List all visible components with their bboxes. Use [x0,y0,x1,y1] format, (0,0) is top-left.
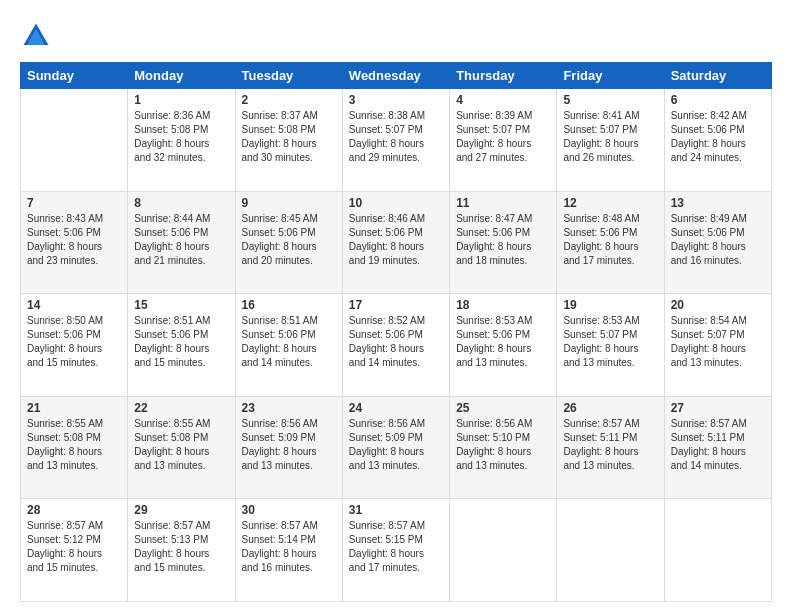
header [20,20,772,52]
day-info: Sunrise: 8:45 AM Sunset: 5:06 PM Dayligh… [242,212,336,268]
day-info: Sunrise: 8:37 AM Sunset: 5:08 PM Dayligh… [242,109,336,165]
calendar-cell: 13Sunrise: 8:49 AM Sunset: 5:06 PM Dayli… [664,191,771,294]
calendar-cell: 5Sunrise: 8:41 AM Sunset: 5:07 PM Daylig… [557,89,664,192]
calendar-cell [557,499,664,602]
calendar-cell: 11Sunrise: 8:47 AM Sunset: 5:06 PM Dayli… [450,191,557,294]
day-info: Sunrise: 8:57 AM Sunset: 5:14 PM Dayligh… [242,519,336,575]
weekday-header-thursday: Thursday [450,63,557,89]
calendar-cell: 15Sunrise: 8:51 AM Sunset: 5:06 PM Dayli… [128,294,235,397]
day-number: 19 [563,298,657,312]
calendar-cell: 10Sunrise: 8:46 AM Sunset: 5:06 PM Dayli… [342,191,449,294]
day-info: Sunrise: 8:57 AM Sunset: 5:15 PM Dayligh… [349,519,443,575]
day-info: Sunrise: 8:42 AM Sunset: 5:06 PM Dayligh… [671,109,765,165]
weekday-header-row: SundayMondayTuesdayWednesdayThursdayFrid… [21,63,772,89]
day-number: 2 [242,93,336,107]
day-number: 5 [563,93,657,107]
day-info: Sunrise: 8:43 AM Sunset: 5:06 PM Dayligh… [27,212,121,268]
day-number: 29 [134,503,228,517]
day-info: Sunrise: 8:41 AM Sunset: 5:07 PM Dayligh… [563,109,657,165]
day-number: 1 [134,93,228,107]
week-row-1: 1Sunrise: 8:36 AM Sunset: 5:08 PM Daylig… [21,89,772,192]
calendar-cell: 16Sunrise: 8:51 AM Sunset: 5:06 PM Dayli… [235,294,342,397]
day-number: 25 [456,401,550,415]
day-number: 4 [456,93,550,107]
day-number: 10 [349,196,443,210]
day-number: 9 [242,196,336,210]
calendar-cell: 14Sunrise: 8:50 AM Sunset: 5:06 PM Dayli… [21,294,128,397]
day-info: Sunrise: 8:57 AM Sunset: 5:12 PM Dayligh… [27,519,121,575]
calendar-cell [21,89,128,192]
day-info: Sunrise: 8:53 AM Sunset: 5:07 PM Dayligh… [563,314,657,370]
calendar-cell: 25Sunrise: 8:56 AM Sunset: 5:10 PM Dayli… [450,396,557,499]
calendar-cell: 20Sunrise: 8:54 AM Sunset: 5:07 PM Dayli… [664,294,771,397]
calendar-cell: 24Sunrise: 8:56 AM Sunset: 5:09 PM Dayli… [342,396,449,499]
day-number: 14 [27,298,121,312]
calendar-cell [450,499,557,602]
day-number: 8 [134,196,228,210]
week-row-3: 14Sunrise: 8:50 AM Sunset: 5:06 PM Dayli… [21,294,772,397]
day-info: Sunrise: 8:56 AM Sunset: 5:09 PM Dayligh… [349,417,443,473]
day-info: Sunrise: 8:47 AM Sunset: 5:06 PM Dayligh… [456,212,550,268]
logo-icon [20,20,52,52]
day-number: 26 [563,401,657,415]
logo [20,20,56,52]
day-number: 17 [349,298,443,312]
page: SundayMondayTuesdayWednesdayThursdayFrid… [0,0,792,612]
day-number: 30 [242,503,336,517]
day-info: Sunrise: 8:56 AM Sunset: 5:09 PM Dayligh… [242,417,336,473]
calendar-cell: 21Sunrise: 8:55 AM Sunset: 5:08 PM Dayli… [21,396,128,499]
day-info: Sunrise: 8:51 AM Sunset: 5:06 PM Dayligh… [134,314,228,370]
calendar-cell: 1Sunrise: 8:36 AM Sunset: 5:08 PM Daylig… [128,89,235,192]
day-info: Sunrise: 8:46 AM Sunset: 5:06 PM Dayligh… [349,212,443,268]
day-info: Sunrise: 8:56 AM Sunset: 5:10 PM Dayligh… [456,417,550,473]
calendar-cell: 26Sunrise: 8:57 AM Sunset: 5:11 PM Dayli… [557,396,664,499]
day-number: 3 [349,93,443,107]
calendar-cell: 12Sunrise: 8:48 AM Sunset: 5:06 PM Dayli… [557,191,664,294]
weekday-header-saturday: Saturday [664,63,771,89]
weekday-header-monday: Monday [128,63,235,89]
day-info: Sunrise: 8:54 AM Sunset: 5:07 PM Dayligh… [671,314,765,370]
day-info: Sunrise: 8:36 AM Sunset: 5:08 PM Dayligh… [134,109,228,165]
day-number: 23 [242,401,336,415]
weekday-header-wednesday: Wednesday [342,63,449,89]
day-number: 22 [134,401,228,415]
day-info: Sunrise: 8:51 AM Sunset: 5:06 PM Dayligh… [242,314,336,370]
calendar-cell: 23Sunrise: 8:56 AM Sunset: 5:09 PM Dayli… [235,396,342,499]
day-info: Sunrise: 8:49 AM Sunset: 5:06 PM Dayligh… [671,212,765,268]
week-row-2: 7Sunrise: 8:43 AM Sunset: 5:06 PM Daylig… [21,191,772,294]
day-info: Sunrise: 8:55 AM Sunset: 5:08 PM Dayligh… [27,417,121,473]
day-info: Sunrise: 8:57 AM Sunset: 5:13 PM Dayligh… [134,519,228,575]
day-number: 20 [671,298,765,312]
day-number: 12 [563,196,657,210]
week-row-5: 28Sunrise: 8:57 AM Sunset: 5:12 PM Dayli… [21,499,772,602]
day-number: 24 [349,401,443,415]
calendar-cell: 28Sunrise: 8:57 AM Sunset: 5:12 PM Dayli… [21,499,128,602]
calendar-cell: 2Sunrise: 8:37 AM Sunset: 5:08 PM Daylig… [235,89,342,192]
day-number: 18 [456,298,550,312]
day-info: Sunrise: 8:48 AM Sunset: 5:06 PM Dayligh… [563,212,657,268]
day-number: 27 [671,401,765,415]
calendar-cell: 31Sunrise: 8:57 AM Sunset: 5:15 PM Dayli… [342,499,449,602]
calendar-cell: 6Sunrise: 8:42 AM Sunset: 5:06 PM Daylig… [664,89,771,192]
day-info: Sunrise: 8:53 AM Sunset: 5:06 PM Dayligh… [456,314,550,370]
day-number: 28 [27,503,121,517]
day-number: 11 [456,196,550,210]
weekday-header-friday: Friday [557,63,664,89]
calendar-table: SundayMondayTuesdayWednesdayThursdayFrid… [20,62,772,602]
weekday-header-sunday: Sunday [21,63,128,89]
weekday-header-tuesday: Tuesday [235,63,342,89]
calendar-cell: 18Sunrise: 8:53 AM Sunset: 5:06 PM Dayli… [450,294,557,397]
calendar-cell: 7Sunrise: 8:43 AM Sunset: 5:06 PM Daylig… [21,191,128,294]
calendar-cell: 4Sunrise: 8:39 AM Sunset: 5:07 PM Daylig… [450,89,557,192]
calendar-cell: 17Sunrise: 8:52 AM Sunset: 5:06 PM Dayli… [342,294,449,397]
calendar-cell: 27Sunrise: 8:57 AM Sunset: 5:11 PM Dayli… [664,396,771,499]
day-info: Sunrise: 8:52 AM Sunset: 5:06 PM Dayligh… [349,314,443,370]
day-number: 7 [27,196,121,210]
day-info: Sunrise: 8:57 AM Sunset: 5:11 PM Dayligh… [563,417,657,473]
day-number: 15 [134,298,228,312]
calendar-cell: 19Sunrise: 8:53 AM Sunset: 5:07 PM Dayli… [557,294,664,397]
calendar-cell: 22Sunrise: 8:55 AM Sunset: 5:08 PM Dayli… [128,396,235,499]
calendar-cell: 29Sunrise: 8:57 AM Sunset: 5:13 PM Dayli… [128,499,235,602]
day-number: 13 [671,196,765,210]
day-number: 16 [242,298,336,312]
